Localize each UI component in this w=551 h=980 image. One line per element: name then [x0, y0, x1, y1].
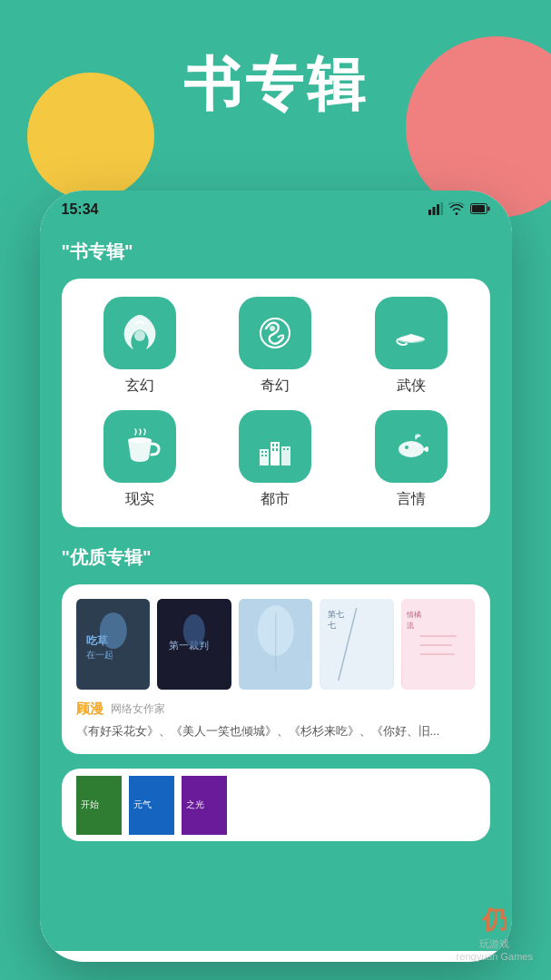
watermark-english: rengyuan Games — [457, 951, 533, 962]
svg-text:元气: 元气 — [133, 799, 152, 809]
book-description: 《有好采花女》、《美人一笑也倾城》、《杉杉来吃》、《你好、旧... — [76, 723, 476, 740]
book-mini-3[interactable]: 之光 — [182, 776, 227, 835]
genre-label-xuanhuan: 玄幻 — [125, 377, 154, 396]
svg-rect-19 — [265, 455, 267, 456]
status-icons — [428, 202, 490, 218]
genre-label-xianshi: 现实 — [125, 490, 154, 509]
svg-point-31 — [99, 612, 126, 649]
svg-point-26 — [398, 441, 424, 457]
svg-rect-0 — [428, 210, 431, 215]
genre-item-xianshi[interactable]: 现实 — [80, 410, 201, 509]
watermark: 仍 玩游戏 rengyuan Games — [457, 903, 533, 962]
svg-rect-6 — [472, 205, 485, 212]
svg-rect-1 — [432, 207, 435, 215]
book-cover-4[interactable]: 第七 七 — [320, 599, 394, 690]
svg-rect-25 — [287, 448, 289, 450]
svg-point-7 — [134, 330, 145, 341]
svg-rect-5 — [487, 207, 489, 211]
genre-item-qihuan[interactable]: 奇幻 — [215, 297, 336, 396]
svg-rect-17 — [265, 451, 267, 453]
svg-rect-47 — [420, 653, 455, 655]
genre-grid: 玄幻 奇幻 — [80, 297, 472, 509]
author-tag: 网络女作家 — [111, 701, 165, 717]
battery-icon — [470, 202, 490, 217]
wifi-icon — [448, 202, 465, 218]
svg-text:第七: 第七 — [328, 610, 344, 619]
book-mini-2[interactable]: 元气 — [129, 776, 174, 835]
book-mini-1[interactable]: 开始 — [76, 776, 122, 835]
genre-item-dushi[interactable]: 都市 — [215, 410, 336, 509]
book-cover-2[interactable]: 第一裁判 — [157, 599, 231, 690]
watermark-number: 仍 — [482, 903, 507, 937]
svg-rect-2 — [437, 204, 439, 215]
svg-point-12 — [128, 437, 152, 443]
premium-card-1: 吃草 在一起 第一裁判 — [62, 584, 490, 754]
svg-rect-45 — [420, 635, 457, 637]
svg-text:之光: 之光 — [186, 799, 204, 809]
phone-content: "书专辑" 玄幻 — [40, 225, 512, 951]
svg-rect-13 — [260, 449, 269, 466]
svg-rect-22 — [272, 448, 274, 451]
svg-rect-14 — [271, 442, 280, 466]
svg-text:七: 七 — [328, 621, 336, 630]
svg-text:开始: 开始 — [81, 799, 99, 809]
genre-item-wuxia[interactable]: 武侠 — [350, 297, 471, 396]
svg-text:流: 流 — [407, 622, 414, 630]
genre-icon-yanqing — [375, 410, 448, 483]
signal-icon — [428, 202, 443, 218]
genre-icon-xianshi — [103, 410, 176, 483]
svg-rect-16 — [261, 451, 263, 453]
svg-rect-20 — [272, 444, 274, 446]
status-bar: 15:34 — [40, 191, 512, 225]
author-row: 顾漫 网络女作家 — [76, 701, 476, 718]
genre-item-xuanhuan[interactable]: 玄幻 — [80, 297, 201, 396]
phone-frame: 15:34 — [40, 191, 512, 962]
section1-title: "书专辑" — [62, 240, 490, 264]
book-cover-3[interactable] — [239, 599, 313, 690]
section2-title: "优质专辑" — [62, 545, 490, 570]
genre-card: 玄幻 奇幻 — [62, 279, 490, 527]
watermark-site: 玩游戏 — [479, 937, 509, 951]
main-title: 书专辑 — [0, 45, 551, 124]
genre-label-wuxia: 武侠 — [397, 377, 426, 396]
svg-point-34 — [183, 614, 205, 647]
svg-rect-18 — [261, 455, 263, 456]
svg-point-27 — [405, 446, 408, 449]
svg-point-9 — [270, 326, 275, 331]
svg-rect-3 — [440, 202, 443, 215]
svg-rect-21 — [276, 444, 278, 446]
svg-rect-23 — [276, 448, 278, 451]
genre-label-qihuan: 奇幻 — [261, 377, 290, 396]
genre-item-yanqing[interactable]: 言情 — [350, 410, 471, 509]
svg-rect-46 — [420, 644, 452, 646]
book-cover-1[interactable]: 吃草 在一起 — [76, 599, 151, 690]
author-name: 顾漫 — [76, 701, 103, 718]
svg-text:情橘: 情橘 — [406, 611, 421, 619]
book-covers-row: 吃草 在一起 第一裁判 — [76, 599, 476, 690]
svg-rect-15 — [281, 446, 290, 466]
genre-icon-dushi — [239, 410, 311, 483]
genre-icon-qihuan — [239, 297, 311, 369]
status-time: 15:34 — [62, 201, 99, 218]
svg-text:在一起: 在一起 — [85, 650, 113, 660]
genre-label-dushi: 都市 — [261, 490, 290, 509]
svg-point-11 — [408, 335, 414, 340]
svg-rect-24 — [283, 448, 285, 450]
book-cover-5[interactable]: 情橘 流 — [401, 599, 476, 690]
genre-label-yanqing: 言情 — [397, 490, 426, 509]
genre-icon-xuanhuan — [103, 297, 176, 369]
premium-card-2: 开始 元气 之光 — [62, 769, 490, 841]
genre-icon-wuxia — [375, 297, 448, 369]
